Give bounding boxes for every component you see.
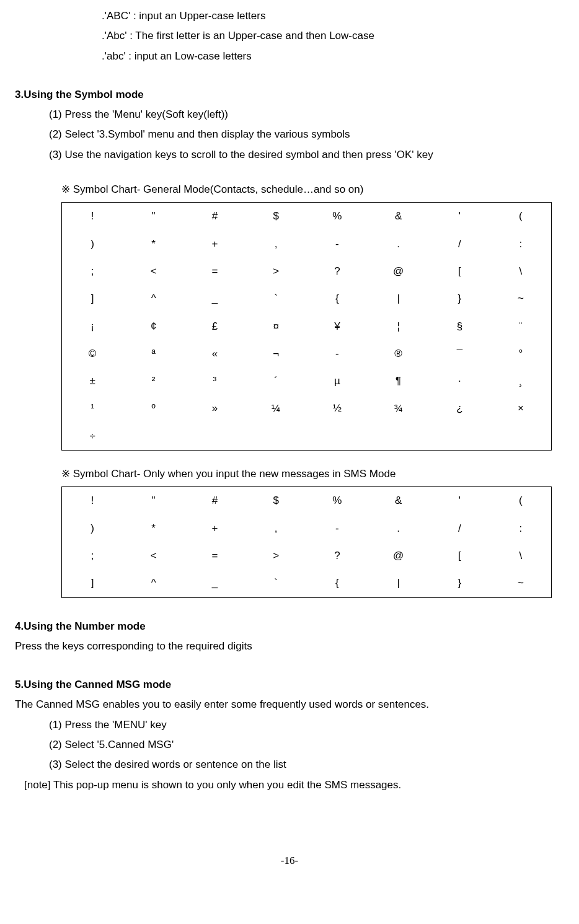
symbol-cell: / — [429, 515, 490, 542]
symbol-cell: & — [368, 203, 429, 231]
symbol-cell: ¦ — [368, 313, 429, 340]
symbol-chart-sms: !"#$%&'()*+,-./:;<=>?@[\]^_`{|}~ — [61, 486, 552, 597]
symbol-cell: * — [123, 231, 184, 258]
symbol-cell: " — [123, 487, 184, 515]
symbol-cell: ` — [245, 570, 307, 597]
symbol-cell: } — [429, 285, 490, 312]
symbol-cell — [490, 423, 552, 451]
symbol-cell: ; — [62, 258, 123, 285]
symbol-cell: ¸ — [490, 367, 552, 395]
symbol-cell: + — [184, 231, 245, 258]
symbol-cell: / — [429, 231, 490, 258]
table-row: ±²³´µ¶·¸ — [62, 367, 552, 395]
symbol-cell: » — [184, 395, 245, 422]
chart-1-title: ※ Symbol Chart- General Mode(Contacts, s… — [15, 180, 564, 200]
symbol-cell — [429, 423, 490, 451]
symbol-cell: # — [184, 203, 245, 231]
symbol-cell: ® — [368, 340, 429, 367]
chart-1-wrap: !"#$%&'()*+,-./:;<=>?@[\]^_`{|}~¡¢£¤¥¦§¨… — [15, 202, 564, 451]
symbol-cell: ^ — [123, 570, 184, 597]
symbol-cell: ¿ — [429, 395, 490, 422]
symbol-cell: § — [429, 313, 490, 340]
symbol-cell: ± — [62, 367, 123, 395]
symbol-cell: ¾ — [368, 395, 429, 422]
chart-2-wrap: !"#$%&'()*+,-./:;<=>?@[\]^_`{|}~ — [15, 486, 564, 597]
symbol-cell: ¨ — [490, 313, 552, 340]
symbol-cell: ! — [62, 203, 123, 231]
section-4-desc: Press the keys corresponding to the requ… — [15, 636, 564, 656]
symbol-cell: - — [307, 515, 368, 542]
symbol-cell: ; — [62, 542, 123, 570]
table-row: ;<=>?@[\ — [62, 542, 552, 570]
symbol-cell: > — [245, 258, 307, 285]
symbol-cell: ] — [62, 570, 123, 597]
table-row: !"#$%&'( — [62, 487, 552, 515]
symbol-cell — [184, 423, 245, 451]
table-row: ;<=>?@[\ — [62, 258, 552, 285]
symbol-cell: < — [123, 258, 184, 285]
symbol-cell: * — [123, 515, 184, 542]
symbol-cell: \ — [490, 542, 552, 570]
symbol-cell — [307, 423, 368, 451]
symbol-cell — [123, 423, 184, 451]
symbol-cell: = — [184, 542, 245, 570]
symbol-cell: © — [62, 340, 123, 367]
symbol-cell: ? — [307, 258, 368, 285]
symbol-cell: @ — [368, 542, 429, 570]
section-3-step: (1) Press the 'Menu' key(Soft key(left)) — [15, 105, 564, 125]
symbol-cell: ] — [62, 285, 123, 312]
symbol-cell: ( — [490, 203, 552, 231]
symbol-cell: ` — [245, 285, 307, 312]
symbol-cell: ~ — [490, 570, 552, 597]
symbol-cell: º — [123, 395, 184, 422]
symbol-cell: & — [368, 487, 429, 515]
section-5-step: (2) Select '5.Canned MSG' — [15, 735, 564, 755]
chart-2-title: ※ Symbol Chart- Only when you input the … — [15, 464, 564, 484]
symbol-cell: ¶ — [368, 367, 429, 395]
section-4-title: 4.Using the Number mode — [15, 617, 564, 636]
intro-line: .'ABC' : input an Upper-case letters — [15, 6, 564, 26]
page-number: -16- — [15, 851, 564, 871]
symbol-cell: + — [184, 515, 245, 542]
symbol-cell: : — [490, 515, 552, 542]
symbol-cell — [245, 423, 307, 451]
table-row: ¡¢£¤¥¦§¨ — [62, 313, 552, 340]
section-5-step: (1) Press the 'MENU' key — [15, 715, 564, 735]
table-row: ¹º»¼½¾¿× — [62, 395, 552, 422]
section-3-step: (2) Select '3.Symbol' menu and then disp… — [15, 125, 564, 144]
table-row: ]^_`{|}~ — [62, 570, 552, 597]
symbol-cell: @ — [368, 258, 429, 285]
symbol-cell: ª — [123, 340, 184, 367]
section-5-desc: The Canned MSG enables you to easily ent… — [15, 695, 564, 715]
symbol-cell: " — [123, 203, 184, 231]
symbol-cell: ° — [490, 340, 552, 367]
symbol-cell: µ — [307, 367, 368, 395]
symbol-cell: [ — [429, 258, 490, 285]
symbol-cell: ) — [62, 231, 123, 258]
symbol-cell: ¢ — [123, 313, 184, 340]
symbol-cell: . — [368, 231, 429, 258]
table-row: ©ª«¬-®¯° — [62, 340, 552, 367]
symbol-cell: = — [184, 258, 245, 285]
symbol-cell: > — [245, 542, 307, 570]
symbol-cell: $ — [245, 487, 307, 515]
symbol-cell: \ — [490, 258, 552, 285]
symbol-cell: ³ — [184, 367, 245, 395]
symbol-cell: , — [245, 515, 307, 542]
section-3-step: (3) Use the navigation keys to scroll to… — [15, 145, 564, 165]
section-5-note: [note] This pop-up menu is shown to you … — [15, 775, 564, 795]
symbol-cell: ¯ — [429, 340, 490, 367]
symbol-cell: ¡ — [62, 313, 123, 340]
symbol-cell: ( — [490, 487, 552, 515]
symbol-cell: ² — [123, 367, 184, 395]
symbol-cell: % — [307, 203, 368, 231]
symbol-cell: , — [245, 231, 307, 258]
symbol-cell: ? — [307, 542, 368, 570]
symbol-cell: ¼ — [245, 395, 307, 422]
table-row: ]^_`{|}~ — [62, 285, 552, 312]
symbol-cell: ¹ — [62, 395, 123, 422]
symbol-cell: ^ — [123, 285, 184, 312]
symbol-cell: ~ — [490, 285, 552, 312]
symbol-cell: ¥ — [307, 313, 368, 340]
symbol-cell: _ — [184, 285, 245, 312]
